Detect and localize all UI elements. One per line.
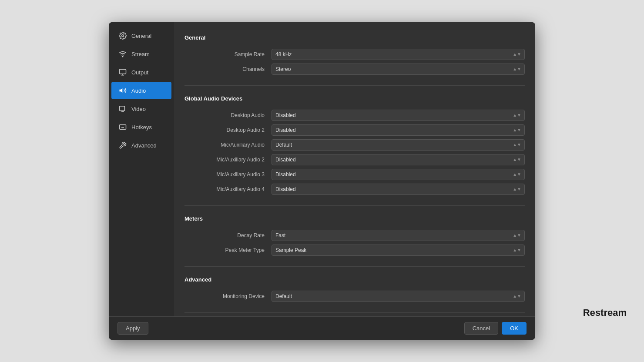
svg-rect-2 (120, 69, 126, 74)
select-wrapper-mic-aux-3: Disabled Default ▲▼ (272, 169, 525, 180)
ok-button[interactable]: OK (502, 322, 527, 335)
sidebar-hotkeys-label: Hotkeys (131, 124, 152, 131)
label-mic-aux-3: Mic/Auxiliary Audio 3 (184, 171, 272, 178)
form-row-sample-rate: Sample Rate 48 kHz 44.1 kHz ▲▼ (184, 47, 525, 62)
output-icon (118, 68, 127, 77)
app-window: General Stream (109, 22, 535, 340)
sidebar-item-audio[interactable]: Audio (111, 82, 171, 99)
select-wrapper-channels: Stereo Mono ▲▼ (272, 64, 525, 75)
label-sample-rate: Sample Rate (184, 51, 272, 57)
select-peak-meter[interactable]: Sample Peak True Peak (272, 245, 525, 256)
select-wrapper-mic-aux-2: Disabled Default ▲▼ (272, 154, 525, 165)
sidebar-item-output[interactable]: Output (111, 64, 171, 81)
select-mic-aux[interactable]: Default Disabled (272, 139, 525, 151)
hotkeys-icon (118, 123, 127, 131)
sidebar-advanced-label: Advanced (131, 142, 157, 149)
section-meters: Meters Decay Rate Fast Medium Slow ▲▼ Pe… (184, 212, 525, 258)
select-mic-aux-4[interactable]: Disabled Default (272, 184, 525, 195)
section-advanced: Advanced Monitoring Device Default ▲▼ (184, 273, 525, 304)
restream-branding: Restream (583, 307, 627, 318)
sidebar-general-label: General (131, 33, 151, 39)
sidebar-stream-label: Stream (131, 51, 150, 57)
label-mic-aux-2: Mic/Auxiliary Audio 2 (184, 157, 272, 163)
select-wrapper-sample-rate: 48 kHz 44.1 kHz ▲▼ (272, 49, 525, 60)
sidebar-item-general[interactable]: General (111, 27, 171, 44)
label-decay-rate: Decay Rate (184, 232, 272, 238)
select-wrapper-monitoring-device: Default ▲▼ (272, 291, 525, 302)
form-row-decay-rate: Decay Rate Fast Medium Slow ▲▼ (184, 228, 525, 243)
advanced-icon (118, 141, 127, 150)
sidebar-item-advanced[interactable]: Advanced (111, 137, 171, 154)
window-body: General Stream (109, 22, 535, 316)
form-row-channels: Channels Stereo Mono ▲▼ (184, 62, 525, 77)
select-wrapper-peak-meter: Sample Peak True Peak ▲▼ (272, 245, 525, 256)
sidebar-video-label: Video (131, 106, 146, 112)
select-mic-aux-2[interactable]: Disabled Default (272, 154, 525, 165)
divider-1 (184, 85, 525, 86)
sidebar-audio-label: Audio (131, 87, 146, 94)
form-row-peak-meter: Peak Meter Type Sample Peak True Peak ▲▼ (184, 243, 525, 258)
select-sample-rate[interactable]: 48 kHz 44.1 kHz (272, 49, 525, 60)
svg-point-1 (122, 56, 123, 57)
section-general: General Sample Rate 48 kHz 44.1 kHz ▲▼ C… (184, 31, 525, 77)
svg-point-0 (122, 35, 124, 37)
svg-marker-5 (120, 88, 123, 93)
section-general-title: General (184, 31, 525, 45)
select-wrapper-mic-aux-4: Disabled Default ▲▼ (272, 184, 525, 195)
label-desktop-audio-2: Desktop Audio 2 (184, 127, 272, 133)
form-row-desktop-audio: Desktop Audio Disabled Default ▲▼ (184, 108, 525, 123)
form-row-mic-aux: Mic/Auxiliary Audio Default Disabled ▲▼ (184, 137, 525, 152)
audio-icon (118, 86, 127, 95)
cancel-button[interactable]: Cancel (464, 322, 498, 335)
sidebar-item-video[interactable]: Video (111, 100, 171, 117)
section-global-audio-title: Global Audio Devices (184, 92, 525, 106)
section-meters-title: Meters (184, 212, 525, 226)
divider-4 (184, 312, 525, 313)
svg-rect-9 (120, 125, 126, 130)
sidebar-item-stream[interactable]: Stream (111, 45, 171, 63)
select-channels[interactable]: Stereo Mono (272, 64, 525, 75)
sidebar: General Stream (109, 22, 174, 316)
select-monitoring-device[interactable]: Default (272, 291, 525, 302)
label-peak-meter: Peak Meter Type (184, 247, 272, 253)
form-row-monitoring-device: Monitoring Device Default ▲▼ (184, 289, 525, 304)
gear-icon (118, 31, 127, 40)
form-row-mic-aux-4: Mic/Auxiliary Audio 4 Disabled Default ▲… (184, 182, 525, 197)
section-global-audio: Global Audio Devices Desktop Audio Disab… (184, 92, 525, 197)
select-wrapper-desktop-audio-2: Disabled Default ▲▼ (272, 124, 525, 136)
label-channels: Channels (184, 66, 272, 72)
select-desktop-audio-2[interactable]: Disabled Default (272, 124, 525, 136)
label-mic-aux: Mic/Auxiliary Audio (184, 142, 272, 148)
label-monitoring-device: Monitoring Device (184, 293, 272, 299)
select-wrapper-desktop-audio: Disabled Default ▲▼ (272, 110, 525, 121)
select-wrapper-decay-rate: Fast Medium Slow ▲▼ (272, 230, 525, 241)
stream-icon (118, 50, 127, 58)
form-row-mic-aux-2: Mic/Auxiliary Audio 2 Disabled Default ▲… (184, 152, 525, 167)
apply-button[interactable]: Apply (117, 322, 148, 335)
section-advanced-title: Advanced (184, 273, 525, 287)
select-mic-aux-3[interactable]: Disabled Default (272, 169, 525, 180)
sidebar-item-hotkeys[interactable]: Hotkeys (111, 118, 171, 136)
footer-right-buttons: Cancel OK (464, 322, 527, 335)
divider-3 (184, 266, 525, 267)
sidebar-output-label: Output (131, 69, 148, 76)
form-row-mic-aux-3: Mic/Auxiliary Audio 3 Disabled Default ▲… (184, 167, 525, 182)
divider-2 (184, 205, 525, 206)
select-wrapper-mic-aux: Default Disabled ▲▼ (272, 139, 525, 151)
svg-rect-6 (120, 106, 125, 111)
label-desktop-audio: Desktop Audio (184, 112, 272, 118)
footer: Apply Cancel OK (109, 316, 535, 340)
label-mic-aux-4: Mic/Auxiliary Audio 4 (184, 186, 272, 192)
form-row-desktop-audio-2: Desktop Audio 2 Disabled Default ▲▼ (184, 123, 525, 137)
select-decay-rate[interactable]: Fast Medium Slow (272, 230, 525, 241)
main-content: General Sample Rate 48 kHz 44.1 kHz ▲▼ C… (174, 22, 535, 316)
select-desktop-audio[interactable]: Disabled Default (272, 110, 525, 121)
video-icon (118, 104, 127, 113)
